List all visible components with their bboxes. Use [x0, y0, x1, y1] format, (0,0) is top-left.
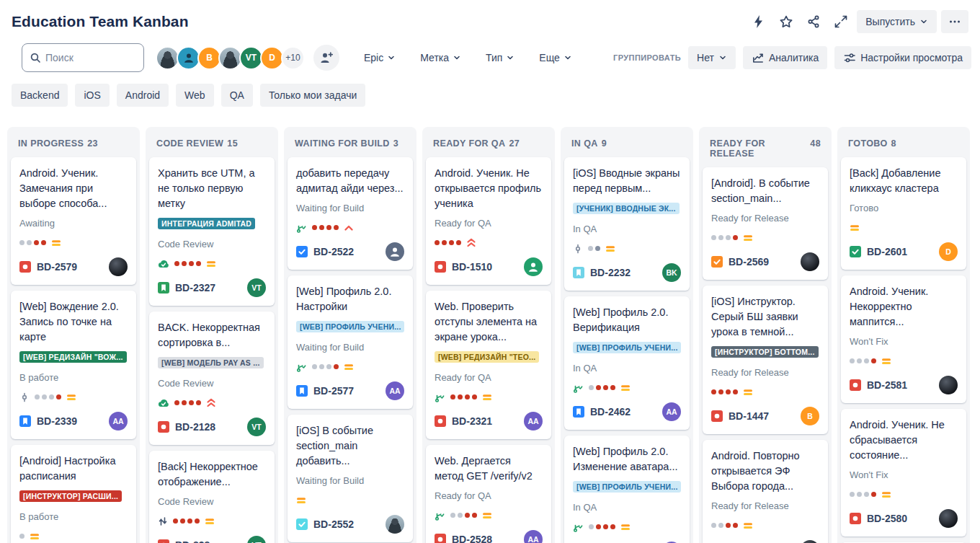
- kanban-card[interactable]: [Web] Вождение 2.0. Запись по точке на к…: [11, 291, 136, 439]
- kanban-card[interactable]: добавить передачу адмитад айди через...W…: [288, 157, 413, 270]
- quick-filter-backend[interactable]: Backend: [12, 84, 68, 107]
- share-button[interactable]: [802, 10, 825, 33]
- assignee-avatar[interactable]: AA: [524, 530, 543, 543]
- filter-epic[interactable]: Epic: [364, 52, 396, 63]
- kanban-card[interactable]: [Web] Профиль 2.0. Изменение аватара...[…: [564, 436, 690, 543]
- card-footer: BD-2128VT: [158, 418, 266, 436]
- kanban-card[interactable]: Android. Ученик. Некорректно маппится...…: [841, 275, 966, 403]
- kanban-card[interactable]: Android. Повторно открывается ЭФ Выбора …: [703, 440, 828, 543]
- kanban-card[interactable]: [Back] Добавление кликхаус кластераГотов…: [841, 157, 966, 270]
- assignee-avatar[interactable]: BK: [662, 263, 681, 282]
- issue-type-bug-icon: [850, 379, 861, 391]
- issue-key: BD-2462: [590, 406, 631, 418]
- filter-label-label: Метка: [420, 52, 449, 63]
- card-meta-row: [435, 510, 543, 521]
- progress-dot: [871, 358, 876, 363]
- fullscreen-button[interactable]: [829, 10, 852, 33]
- kanban-card[interactable]: Android. Ученик. Замечания при выборе сп…: [11, 157, 136, 285]
- kanban-card[interactable]: Хранить все UTM, а не только первую метк…: [149, 157, 275, 306]
- assignee-avatar[interactable]: [801, 540, 819, 543]
- progress-dot: [182, 261, 187, 266]
- filter-type[interactable]: Тип: [486, 52, 514, 63]
- kanban-card[interactable]: Android. Ученик. Не сбрасывается состоян…: [841, 409, 966, 537]
- progress-dot: [34, 240, 39, 245]
- card-status: In QA: [573, 224, 681, 234]
- assignee-avatar[interactable]: AA: [109, 412, 128, 431]
- assignee-avatar[interactable]: [524, 257, 543, 276]
- search-input[interactable]: [45, 52, 125, 63]
- priority-medium-icon: [66, 393, 76, 402]
- quick-filter-ios[interactable]: iOS: [75, 84, 109, 107]
- analytics-button[interactable]: Аналитика: [743, 46, 827, 69]
- epic-badge: ИНТЕГРАЦИЯ ADMITAD: [158, 218, 255, 229]
- card-status: In QA: [573, 502, 681, 513]
- quick-filter-only-my-issues[interactable]: Только мои задачи: [260, 84, 365, 107]
- card-title: Android. Ученик. Не открывается профиль …: [435, 166, 543, 211]
- filter-more[interactable]: Еще: [539, 52, 572, 63]
- issue-type-bug-icon: [435, 534, 446, 543]
- assignee-avatar[interactable]: [386, 515, 404, 534]
- add-person-button[interactable]: [313, 45, 339, 71]
- progress-dot: [182, 400, 187, 405]
- board-column: ГОТОВО8[Back] Добавление кликхаус класте…: [837, 127, 970, 543]
- automation-button[interactable]: [747, 10, 770, 33]
- card-status: Ready for QA: [435, 372, 543, 383]
- assignee-avatar[interactable]: [939, 509, 958, 528]
- kanban-card[interactable]: Web. Проверить отступы элемента на экран…: [426, 291, 551, 439]
- card-meta-row: [711, 232, 819, 243]
- assignee-avatar[interactable]: AA: [662, 402, 681, 421]
- quick-filter-android[interactable]: Android: [117, 84, 169, 107]
- view-settings-button[interactable]: Настройки просмотра: [834, 46, 971, 69]
- chevron-down-icon: [718, 53, 727, 62]
- epic-badge: [ИНСТРУКТОР] РАСШИ...: [19, 490, 122, 502]
- kanban-card[interactable]: [Android]. В событие section_main...Read…: [703, 167, 828, 280]
- issue-type-bug-icon: [711, 410, 723, 422]
- assignee-avatar[interactable]: VT: [247, 536, 266, 543]
- kanban-card[interactable]: BACK. Некорректная сортировка в...[WEB] …: [149, 312, 275, 445]
- release-button[interactable]: Выпустить: [857, 10, 937, 33]
- kanban-card[interactable]: [Back] Некорректное отображение...Code R…: [149, 451, 275, 543]
- assignee-avatar[interactable]: VT: [247, 278, 266, 297]
- kanban-card[interactable]: Android. Ученик. Не открывается профиль …: [426, 157, 551, 285]
- kanban-card[interactable]: [iOS] Инструктор. Серый БШ заявки урока …: [703, 286, 828, 434]
- assignee-avatar[interactable]: D: [939, 242, 958, 261]
- assignee-avatar[interactable]: VT: [247, 418, 266, 436]
- dev-commit-icon: [573, 244, 583, 254]
- user-avatar[interactable]: +10: [281, 46, 305, 70]
- filter-label[interactable]: Метка: [420, 52, 461, 63]
- card-title: добавить передачу адмитад айди через...: [296, 166, 404, 196]
- assignee-avatar[interactable]: [939, 376, 958, 394]
- quick-filter-web[interactable]: Web: [176, 84, 214, 107]
- chevron-down-icon: [387, 53, 396, 62]
- search-icon: [30, 52, 41, 63]
- progress-dot: [187, 518, 192, 524]
- issue-key: BD-2128: [175, 421, 215, 433]
- assignee-avatar[interactable]: [109, 257, 128, 276]
- kanban-card[interactable]: Web. Дергается метод GET /verify/v2Ready…: [426, 445, 551, 543]
- kanban-card[interactable]: [Web] Профиль 2.0. Верификация[WEB] ПРОФ…: [564, 296, 690, 430]
- dev-commit-icon: [19, 392, 30, 402]
- assignee-avatar[interactable]: [386, 242, 404, 261]
- assignee-avatar[interactable]: AA: [524, 412, 543, 431]
- more-button[interactable]: [941, 10, 968, 33]
- kanban-card[interactable]: [Web] Профиль 2.0. Настройки[WEB] ПРОФИЛ…: [288, 275, 413, 409]
- progress-dots: [711, 523, 738, 528]
- card-status: In QA: [573, 363, 681, 374]
- group-by-dropdown[interactable]: Нет: [688, 46, 736, 69]
- kanban-card[interactable]: [iOS] Вводные экраны перед первым...[УЧЕ…: [564, 157, 690, 291]
- chevron-down-icon: [564, 53, 572, 62]
- card-footer: BD-2522: [296, 242, 404, 261]
- progress-dot: [733, 389, 738, 394]
- search-box: [22, 43, 144, 72]
- assignee-avatar[interactable]: AA: [386, 381, 404, 400]
- assignee-avatar[interactable]: [801, 252, 819, 271]
- favorite-button[interactable]: [775, 10, 798, 33]
- kanban-card[interactable]: [iOS] В событие section_main добавить...…: [288, 415, 413, 542]
- quick-filter-qa[interactable]: QA: [221, 84, 253, 107]
- kanban-card[interactable]: [Android] Настройка расписания[ИНСТРУКТО…: [11, 445, 136, 543]
- board-header: Education Team Kanban Выпустить: [0, 0, 980, 33]
- progress-dots: [588, 246, 600, 251]
- assignee-avatar[interactable]: B: [801, 407, 819, 425]
- card-meta-row: [296, 222, 404, 233]
- progress-dot: [603, 385, 608, 390]
